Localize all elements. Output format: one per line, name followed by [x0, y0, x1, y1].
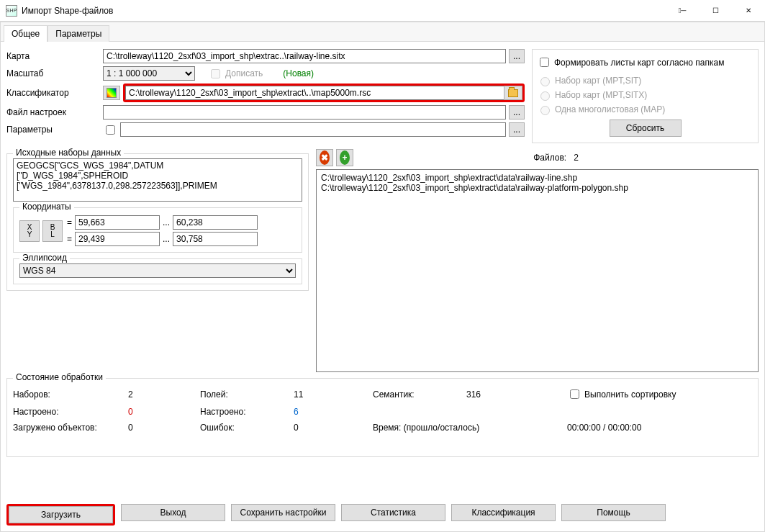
semantics-value: 316 [466, 389, 567, 400]
map-set-sitx-radio [540, 91, 550, 101]
coord-x2-input[interactable] [173, 215, 258, 230]
scale-combo[interactable]: 1 : 1 000 000 [103, 66, 195, 81]
plus-icon: + [340, 150, 350, 165]
single-multisheet-label: Одна многолистовая (MAP) [555, 104, 665, 114]
map-set-sit-label: Набор карт (MPT,SIT) [555, 76, 641, 86]
form-sheets-label: Формировать листы карт согласно папкам [554, 58, 724, 68]
tab-general[interactable]: Общее [4, 25, 47, 42]
dots-top: ... [163, 217, 170, 227]
window-close-button[interactable]: ✕ [732, 0, 765, 22]
bl-toggle[interactable]: B L [42, 220, 63, 242]
file-add-button[interactable]: + [336, 149, 353, 166]
folder-open-icon [508, 89, 518, 97]
titlebar: SHP Импорт Shape-файлов ─ ☐ ✕ [0, 0, 765, 22]
map-browse-button[interactable]: ... [509, 49, 525, 63]
bottom-toolbar: Загрузить Выход Сохранить настройки Стат… [1, 498, 764, 531]
sort-label: Выполнить сортировку [584, 389, 676, 400]
new-indicator: (Новая) [283, 68, 314, 78]
tab-parameters-label: Параметры [55, 29, 101, 39]
classification-button[interactable]: Классификация [451, 504, 556, 521]
projection-text[interactable]: GEOGCS["GCS_WGS_1984",DATUM ["D_WGS_1984… [13, 158, 302, 202]
parameters-browse-button[interactable]: ... [509, 122, 525, 137]
load-button[interactable]: Загрузить [9, 506, 113, 523]
semantics-label: Семантик: [373, 389, 466, 400]
xy-toggle[interactable]: X Y [19, 220, 40, 242]
errors-label: Ошибок: [200, 423, 294, 433]
settings-file-browse-button[interactable]: ... [509, 105, 525, 120]
eq-bot: = [67, 234, 72, 244]
right-options-panel: Формировать листы карт согласно папкам Н… [532, 49, 759, 143]
fields-label: Полей: [200, 389, 294, 400]
help-button[interactable]: Помощь [561, 504, 666, 521]
save-settings-button[interactable]: Сохранить настройки [231, 504, 335, 521]
classifier-label: Классификатор [6, 88, 100, 98]
dots-bot: ... [163, 234, 170, 244]
form-sheets-checkbox[interactable] [540, 58, 549, 67]
sets-label: Наборов: [13, 389, 128, 400]
map-set-sit-radio [540, 77, 550, 86]
sort-checkbox[interactable] [570, 389, 579, 399]
time-label: Время: (прошло/осталось) [373, 423, 567, 433]
single-multisheet-radio [540, 106, 550, 115]
loaded-value: 0 [128, 423, 200, 433]
coords-fieldset: Координаты X Y B L [13, 207, 302, 253]
coord-y1-input[interactable] [75, 232, 160, 246]
ellipsoid-combo[interactable]: WGS 84 [19, 263, 296, 278]
parameters-checkbox[interactable] [106, 125, 115, 135]
configured-label: Настроено: [13, 407, 128, 417]
ellipsoid-title: Эллипсоид [19, 253, 70, 263]
delete-icon: ✖ [320, 150, 330, 165]
window-minimize-button[interactable]: ─ [666, 0, 699, 22]
files-count-value: 2 [574, 153, 579, 163]
tab-parameters[interactable]: Параметры [47, 25, 109, 42]
coord-x1-input[interactable] [75, 215, 160, 230]
source-datasets-fieldset: Исходные наборы данных GEOGCS["GCS_WGS_1… [6, 153, 309, 291]
time-value: 00:00:00 / 00:00:00 [567, 423, 752, 433]
append-label: Дописать [225, 68, 263, 78]
statistics-button[interactable]: Статистика [341, 504, 445, 521]
scale-label: Масштаб [6, 68, 100, 78]
coord-y2-input[interactable] [173, 232, 258, 246]
parameters-label: Параметры [6, 125, 100, 135]
map-label: Карта [6, 51, 100, 61]
window-maximize-button[interactable]: ☐ [699, 0, 732, 22]
ellipsoid-fieldset: Эллипсоид WGS 84 [13, 258, 302, 284]
sets-value: 2 [128, 389, 200, 400]
processing-status-fieldset: Состояние обработки Наборов: 2 Полей: 11… [6, 378, 759, 457]
palette-icon [107, 88, 117, 98]
coords-title: Координаты [19, 202, 74, 212]
append-checkbox [211, 69, 220, 78]
classifier-browse-button[interactable] [504, 86, 522, 100]
eq-top: = [67, 217, 72, 227]
classifier-color-button[interactable] [103, 86, 120, 100]
reset-button[interactable]: Сбросить [610, 120, 682, 137]
classifier-path-input[interactable] [125, 86, 504, 100]
loaded-label: Загружено объектов: [13, 423, 128, 433]
errors-value: 0 [294, 423, 373, 433]
map-set-sitx-label: Набор карт (MPT,SITX) [555, 90, 647, 100]
app-icon: SHP [6, 5, 17, 17]
processing-status-title: Состояние обработки [13, 372, 106, 382]
settings-file-label: Файл настроек [6, 107, 100, 117]
tab-general-label: Общее [12, 29, 40, 39]
fields-value: 11 [294, 389, 373, 400]
configured2-label: Настроено: [200, 407, 294, 417]
file-remove-button[interactable]: ✖ [316, 149, 333, 166]
tabs: Общее Параметры [1, 22, 764, 42]
parameters-input[interactable] [120, 122, 506, 137]
configured2-value: 6 [294, 407, 373, 417]
exit-button[interactable]: Выход [121, 504, 225, 521]
window-title: Импорт Shape-файлов [22, 6, 113, 16]
files-list[interactable]: C:\trolleway\1120_2sxf\03_import_shp\ext… [316, 169, 759, 372]
settings-file-input[interactable] [103, 105, 506, 120]
map-path-input[interactable] [103, 49, 506, 63]
source-datasets-title: Исходные наборы данных [13, 148, 124, 158]
files-count-label: Файлов: [533, 153, 566, 163]
configured-value: 0 [128, 407, 200, 417]
